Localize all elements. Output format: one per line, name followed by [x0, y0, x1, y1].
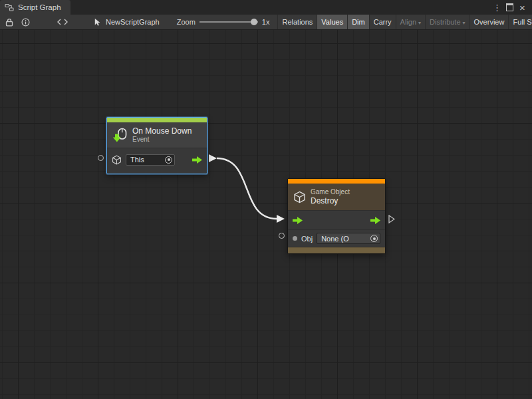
obj-field[interactable]: None (O	[317, 233, 380, 244]
game-object-cube-icon	[112, 155, 122, 165]
node-header[interactable]: Game Object Destroy	[288, 184, 385, 210]
obj-input-port[interactable]	[279, 233, 285, 239]
object-port-row: Obj None (O	[288, 229, 385, 247]
flow-output-port-icon[interactable]	[370, 217, 380, 224]
relations-button[interactable]: Relations	[277, 15, 317, 29]
node-destroy[interactable]: Game Object Destroy Obj None (O	[287, 178, 386, 254]
align-button[interactable]: Align ▾	[396, 15, 425, 29]
fullscreen-button[interactable]: Full Screen	[508, 15, 532, 29]
game-object-cube-icon	[293, 191, 306, 203]
chevron-down-icon: ▾	[463, 20, 466, 26]
node-title: On Mouse Down	[132, 126, 192, 136]
dim-button[interactable]: Dim	[347, 15, 369, 29]
close-icon[interactable]: ×	[516, 1, 529, 14]
value-port-dot[interactable]	[293, 236, 297, 241]
obj-field-value: None (O	[321, 235, 349, 243]
obj-port-label: Obj	[301, 235, 313, 243]
wire-source-arrow	[209, 154, 217, 162]
pane-menu-icon[interactable]: ⋮	[491, 1, 503, 14]
tab-title: Script Graph	[18, 3, 61, 11]
overview-button[interactable]: Overview	[469, 15, 509, 29]
wire-target-arrow	[277, 215, 285, 223]
graph-toolbar: NewScriptGraph Zoom 1x Relations Values …	[0, 15, 532, 30]
zoom-slider-handle[interactable]	[251, 19, 257, 25]
target-dropdown-value: This	[130, 156, 144, 164]
flow-port-row	[288, 210, 385, 229]
button-label: Relations	[282, 18, 313, 26]
connection-wire[interactable]	[0, 30, 532, 399]
button-label: Distribute	[430, 18, 460, 26]
graph-name-label: NewScriptGraph	[106, 18, 160, 26]
script-graph-icon	[5, 3, 14, 12]
node-title: Destroy	[311, 196, 350, 205]
button-label: Values	[321, 18, 343, 26]
object-picker-icon[interactable]	[370, 235, 378, 242]
target-dropdown[interactable]: This	[126, 154, 175, 166]
distribute-button[interactable]: Distribute ▾	[425, 15, 469, 29]
node-port-row: This	[107, 148, 207, 171]
zoom-slider-track	[200, 21, 258, 23]
info-icon[interactable]	[17, 15, 33, 29]
graph-canvas[interactable]: On Mouse Down Event This	[0, 30, 532, 399]
mouse-down-icon	[112, 128, 128, 143]
node-accent-bar	[107, 118, 207, 122]
node-header[interactable]: On Mouse Down Event	[107, 122, 207, 148]
tab-script-graph[interactable]: Script Graph	[0, 0, 70, 15]
target-input-port[interactable]	[98, 155, 104, 161]
values-button[interactable]: Values	[317, 15, 347, 29]
zoom-label: Zoom	[177, 15, 196, 29]
button-label: Full Screen	[513, 18, 532, 26]
button-label: Overview	[474, 18, 505, 26]
window-controls: ⋮ ×	[491, 0, 532, 15]
node-footer-bar	[288, 247, 385, 253]
code-icon[interactable]	[55, 15, 70, 29]
window-tab-bar: Script Graph ⋮ ×	[0, 0, 532, 15]
node-category: Game Object	[311, 188, 350, 196]
button-label: Align	[400, 18, 416, 26]
pointer-icon	[93, 18, 102, 27]
graph-name[interactable]: NewScriptGraph	[93, 15, 160, 29]
lock-icon[interactable]	[1, 15, 17, 29]
flow-input-port-icon[interactable]	[293, 217, 303, 224]
tab-bar-spacer	[70, 0, 491, 15]
chevron-down-icon: ▾	[418, 20, 421, 26]
object-picker-icon[interactable]	[165, 156, 172, 164]
node-subtitle: Event	[132, 136, 192, 144]
flow-output-port-icon[interactable]	[192, 156, 202, 164]
button-label: Dim	[352, 18, 365, 26]
carry-button[interactable]: Carry	[369, 15, 396, 29]
maximize-icon[interactable]	[503, 1, 516, 14]
flow-continuation-port[interactable]	[388, 215, 395, 223]
zoom-value: 1x	[262, 15, 270, 29]
zoom-slider[interactable]	[200, 15, 258, 29]
toolbar-button-group: Relations Values Dim Carry Align ▾ Distr…	[277, 15, 532, 29]
node-accent-bar	[288, 179, 385, 184]
node-on-mouse-down[interactable]: On Mouse Down Event This	[106, 117, 207, 174]
maximize-glyph	[506, 3, 513, 11]
button-label: Carry	[374, 18, 392, 26]
